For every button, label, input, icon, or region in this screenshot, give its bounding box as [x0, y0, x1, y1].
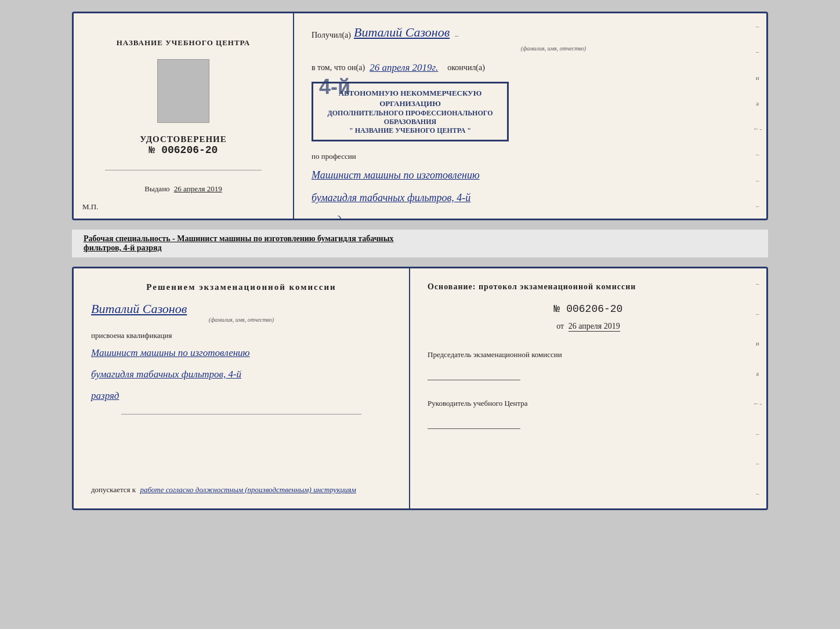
bdeco3: и: [756, 340, 759, 347]
side-decorations: – – и а ←- – – –: [753, 13, 762, 219]
bottom-profession-3: разряд: [91, 388, 392, 405]
divider: [105, 170, 262, 170]
bottom-fio-label: (фамилия, имя, отчество): [91, 317, 392, 323]
divider-bottom: [121, 414, 361, 415]
middle-text-block: Рабочая специальность - Машинист машины …: [72, 230, 768, 257]
stamp-line2: ДОПОЛНИТЕЛЬНОГО ПРОФЕССИОНАЛЬНОГО ОБРАЗО…: [320, 109, 500, 126]
bottom-document: Решением экзаменационной комиссии Витали…: [72, 267, 768, 510]
ot-label: от: [556, 322, 564, 330]
bdeco5: ←-: [753, 400, 762, 407]
fio-label-top: (фамилия, имя, отчество): [521, 45, 586, 52]
bdeco1: –: [756, 280, 759, 287]
bdeco8: –: [756, 490, 759, 497]
stamp-line3: " НАЗВАНИЕ УЧЕБНОГО ЦЕНТРА ": [320, 126, 500, 135]
top-right-panel: Получил(а) Виталий Сазонов – (фамилия, и…: [294, 13, 766, 219]
okonchil-label: окончил(а): [447, 63, 485, 72]
rukovoditel-signature: [428, 417, 520, 429]
vtom-line: в том, что он(а) 26 апреля 2019г. окончи…: [312, 62, 749, 74]
bottom-profession-1: Машинист машины по изготовлению: [91, 345, 392, 362]
deco3: и: [756, 74, 759, 81]
photo-placeholder: [157, 59, 209, 123]
ot-date: 26 апреля 2019: [569, 322, 620, 332]
ot-line: от 26 апреля 2019: [428, 322, 749, 332]
deco8: –: [756, 202, 759, 209]
bottom-right-panel: Основание: протокол экзаменационной коми…: [410, 268, 766, 508]
bdeco7: –: [756, 460, 759, 467]
deco6: –: [756, 151, 759, 158]
bdeco4: а: [756, 370, 759, 377]
profession-line3: разряд: [312, 212, 749, 220]
komissia-title: Решением экзаменационной комиссии: [91, 282, 392, 292]
vtom-label: в том, что он(а): [312, 63, 365, 72]
dopuskaetsya-block: допускается к работе согласно должностны…: [91, 476, 392, 495]
bdeco2: –: [756, 310, 759, 317]
top-document: НАЗВАНИЕ УЧЕБНОГО ЦЕНТРА УДОСТОВЕРЕНИЕ №…: [72, 12, 768, 220]
poluchil-label: Получил(а): [312, 31, 351, 40]
fio-block: Виталий Сазонов (фамилия, имя, отчество): [91, 301, 392, 323]
bottom-fio-name: Виталий Сазонов: [91, 301, 392, 317]
udostoverenie-block: УДОСТОВЕРЕНИЕ № 006206-20: [140, 134, 227, 156]
vydano-date: 26 апреля 2019: [174, 184, 222, 193]
deco1: –: [756, 23, 759, 30]
deco7: –: [756, 177, 759, 184]
vydano-line: Выдано 26 апреля 2019: [144, 184, 222, 194]
dopuskaetsya-label: допускается к: [91, 485, 136, 494]
recipient-name: Виталий Сазонов: [354, 25, 450, 40]
predsedatel-signature: [428, 369, 520, 380]
recipient-line: Получил(а) Виталий Сазонов –: [312, 25, 749, 40]
mp-label: М.П.: [82, 202, 98, 212]
profession-line1: Машинист машины по изготовлению: [312, 167, 749, 184]
predsedatel-label: Председатель экзаменационной комиссии: [428, 350, 749, 359]
udostoverenie-number: № 006206-20: [140, 144, 227, 156]
deco4: а: [756, 100, 759, 107]
dopuskaetsya-value: работе согласно должностным (производств…: [140, 485, 356, 494]
rukovoditel-label: Руководитель учебного Центра: [428, 399, 749, 408]
bottom-side-decorations: – – и а ←- – – –: [753, 268, 762, 508]
bdeco6: –: [756, 430, 759, 437]
deco5: ←-: [753, 125, 762, 132]
protocol-number: № 006206-20: [428, 303, 749, 315]
profession-line2: бумагидля табачных фильтров, 4-й: [312, 190, 749, 206]
udostoverenie-title: УДОСТОВЕРЕНИЕ: [140, 134, 227, 144]
bottom-profession-2: бумагидля табачных фильтров, 4-й: [91, 366, 392, 383]
po-professii-label: по профессии: [312, 152, 749, 161]
stamp-number: 4-й: [319, 75, 350, 99]
osnovanie-label: Основание: протокол экзаменационной коми…: [428, 282, 749, 292]
stamp-block: 4-й АВТОНОМНУЮ НЕКОММЕРЧЕСКУЮ ОРГАНИЗАЦИ…: [312, 82, 509, 141]
middle-label: Рабочая специальность - Машинист машины …: [84, 234, 394, 243]
deco2: –: [756, 48, 759, 55]
vydano-label: Выдано: [144, 184, 169, 193]
middle-underline: фильтров, 4-й разряд: [84, 243, 162, 252]
training-center-label: НАЗВАНИЕ УЧЕБНОГО ЦЕНТРА: [117, 38, 251, 48]
date-value: 26 апреля 2019г.: [370, 62, 438, 74]
bottom-left-panel: Решением экзаменационной комиссии Витали…: [74, 268, 410, 508]
prisvoena-label: присвоена квалификация: [91, 331, 392, 340]
top-left-panel: НАЗВАНИЕ УЧЕБНОГО ЦЕНТРА УДОСТОВЕРЕНИЕ №…: [74, 13, 294, 219]
